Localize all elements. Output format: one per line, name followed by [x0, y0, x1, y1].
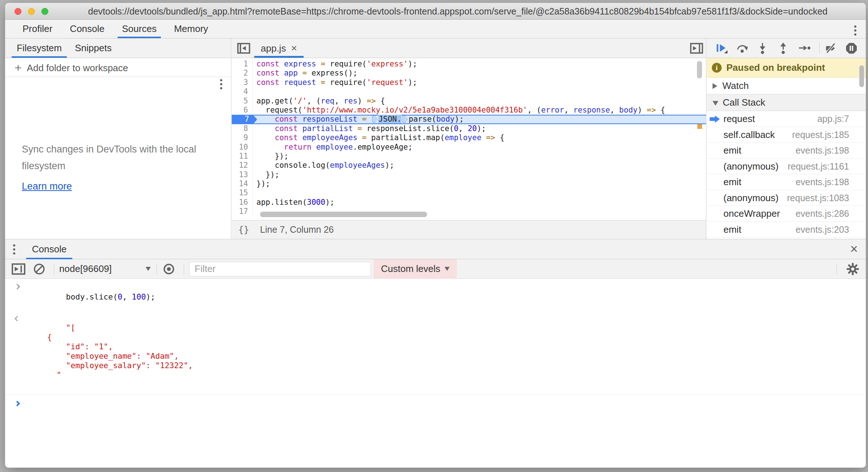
- console-header: Console ×: [5, 239, 866, 259]
- code-line-15[interactable]: 15: [232, 188, 706, 198]
- navigator-tab-snippets[interactable]: Snippets: [68, 38, 118, 58]
- code-line-6[interactable]: 6 request('http://www.mocky.io/v2/5e1a9a…: [232, 106, 706, 115]
- line-number[interactable]: 1: [232, 60, 253, 69]
- clear-console-icon[interactable]: [33, 263, 46, 276]
- tab-console[interactable]: Console: [61, 20, 113, 38]
- tab-memory[interactable]: Memory: [165, 20, 217, 38]
- line-number[interactable]: 7: [232, 115, 257, 124]
- tab-sources[interactable]: Sources: [113, 20, 165, 38]
- code-line-16[interactable]: 16app.listen(3000);: [232, 198, 706, 207]
- call-stack-frame[interactable]: emitevents.js:198: [707, 143, 866, 159]
- eye-icon[interactable]: [162, 262, 176, 276]
- step-icon[interactable]: [798, 41, 811, 55]
- step-over-icon[interactable]: [736, 41, 749, 55]
- debugger-sidebar: i Paused on breakpoint Watch Call Stack …: [707, 38, 866, 239]
- line-number[interactable]: 12: [232, 161, 253, 170]
- code-line-5[interactable]: 5app.get('/', (req, res) => {: [232, 97, 706, 106]
- line-content: });: [253, 170, 279, 179]
- line-content: console.log(employeeAges);: [253, 161, 394, 170]
- frame-location: request.js:185: [792, 129, 849, 140]
- learn-more-link[interactable]: Learn more: [22, 181, 72, 192]
- filter-input[interactable]: [189, 262, 371, 276]
- minimize-window-button[interactable]: [28, 8, 35, 15]
- call-stack-section-header[interactable]: Call Stack: [707, 94, 866, 111]
- inline-breakpoint-marker-icon[interactable]: [372, 115, 377, 123]
- code-line-1[interactable]: 1const express = require('express');: [232, 60, 706, 69]
- line-number[interactable]: 15: [232, 188, 253, 198]
- code-line-11[interactable]: 11 });: [232, 152, 706, 161]
- line-number[interactable]: 2: [232, 69, 253, 78]
- dropdown-arrow-icon: [146, 267, 151, 271]
- close-drawer-icon[interactable]: ×: [850, 241, 858, 257]
- toolbar-divider: [819, 43, 820, 54]
- line-number[interactable]: 6: [232, 106, 253, 115]
- line-number[interactable]: 17: [232, 207, 253, 216]
- open-panel-icon[interactable]: [690, 43, 703, 54]
- code-line-14[interactable]: 14});: [232, 179, 706, 188]
- settings-gear-icon[interactable]: [846, 263, 859, 276]
- call-stack-frame[interactable]: emitevents.js:203: [707, 222, 866, 238]
- console-tab[interactable]: Console: [26, 239, 72, 259]
- line-number[interactable]: 13: [232, 170, 253, 179]
- code-line-7[interactable]: 7 const responseList = JSON.parse(body);: [232, 115, 706, 124]
- code-line-3[interactable]: 3const request = require('request');: [232, 78, 706, 87]
- add-folder-button[interactable]: +Add folder to workspace: [5, 58, 231, 77]
- call-stack-frame[interactable]: self.callbackrequest.js:185: [707, 127, 866, 143]
- step-out-icon[interactable]: [777, 41, 790, 55]
- line-number[interactable]: 8: [232, 124, 253, 133]
- close-window-button[interactable]: [15, 8, 21, 15]
- resume-script-icon[interactable]: [715, 41, 728, 55]
- deactivate-breakpoints-icon[interactable]: [825, 41, 837, 55]
- console-prompt[interactable]: [5, 398, 866, 431]
- call-stack-frame[interactable]: onceWrapperevents.js:286: [707, 206, 866, 222]
- custom-levels-button[interactable]: Custom levels: [374, 259, 457, 279]
- pause-on-exceptions-icon[interactable]: [845, 41, 858, 55]
- code-line-10[interactable]: 10 return employee.employeeAge;: [232, 143, 706, 152]
- execution-context-selector[interactable]: node[96609]: [59, 263, 151, 274]
- hide-navigator-icon[interactable]: [237, 43, 250, 54]
- frame-location: events.js:198: [796, 145, 849, 156]
- pretty-print-icon[interactable]: {}: [238, 224, 249, 235]
- zoom-window-button[interactable]: [41, 8, 48, 15]
- tab-profiler[interactable]: Profiler: [14, 20, 61, 38]
- sidebar-scrollbar[interactable]: [859, 65, 864, 87]
- line-number[interactable]: 5: [232, 97, 253, 106]
- editor-horizontal-scrollbar[interactable]: [260, 212, 427, 217]
- line-number[interactable]: 10: [232, 143, 253, 152]
- inline-breakpoint-marker-icon[interactable]: [402, 115, 407, 123]
- code-line-8[interactable]: 8 const partialList = responseList.slice…: [232, 124, 706, 133]
- line-content: const request = require('request');: [253, 78, 417, 87]
- toolbar-divider: [836, 264, 837, 274]
- call-stack-frame[interactable]: (anonymous)request.js:1161: [707, 159, 866, 175]
- console-kebab-icon[interactable]: [13, 244, 15, 255]
- line-number[interactable]: 11: [232, 152, 253, 161]
- code-line-4[interactable]: 4: [232, 87, 706, 96]
- navigator-tab-filesystem[interactable]: Filesystem: [10, 38, 68, 58]
- navigator-kebab-icon[interactable]: [220, 79, 222, 89]
- console-input-echo[interactable]: body.slice(0, 100);: [5, 282, 866, 312]
- line-number[interactable]: 9: [232, 133, 253, 142]
- code-line-9[interactable]: 9 const employeeAges = partialList.map(e…: [232, 133, 706, 142]
- line-number[interactable]: 16: [232, 198, 253, 207]
- line-number[interactable]: 14: [232, 179, 253, 188]
- console-sidebar-icon[interactable]: [12, 263, 25, 275]
- main-menu-kebab-icon[interactable]: [854, 25, 856, 36]
- code-line-13[interactable]: 13 });: [232, 170, 706, 179]
- line-number[interactable]: 4: [232, 87, 253, 96]
- code-line-12[interactable]: 12 console.log(employeeAges);: [232, 161, 706, 170]
- call-stack-frame[interactable]: emitevents.js:198: [707, 174, 866, 190]
- line-number[interactable]: 3: [232, 78, 253, 87]
- line-content: });: [253, 152, 289, 161]
- frame-function: self.callback: [723, 129, 775, 140]
- frame-function: emit: [723, 176, 741, 188]
- step-into-icon[interactable]: [757, 41, 769, 55]
- watch-section-header[interactable]: Watch: [707, 78, 866, 94]
- close-tab-icon[interactable]: ×: [291, 42, 297, 54]
- code-editor[interactable]: 1const express = require('express');2con…: [232, 58, 706, 220]
- editor-vertical-scrollbar[interactable]: [697, 61, 702, 78]
- call-stack-frame[interactable]: (anonymous)request.js:1083: [707, 190, 866, 206]
- code-line-2[interactable]: 2const app = express();: [232, 69, 706, 78]
- console-result[interactable]: "[ { "id": "1", "employee_name": "Adam",…: [5, 314, 866, 395]
- call-stack-frame[interactable]: requestapp.js:7: [707, 111, 866, 127]
- editor-tab-appjs[interactable]: app.js×: [254, 38, 304, 58]
